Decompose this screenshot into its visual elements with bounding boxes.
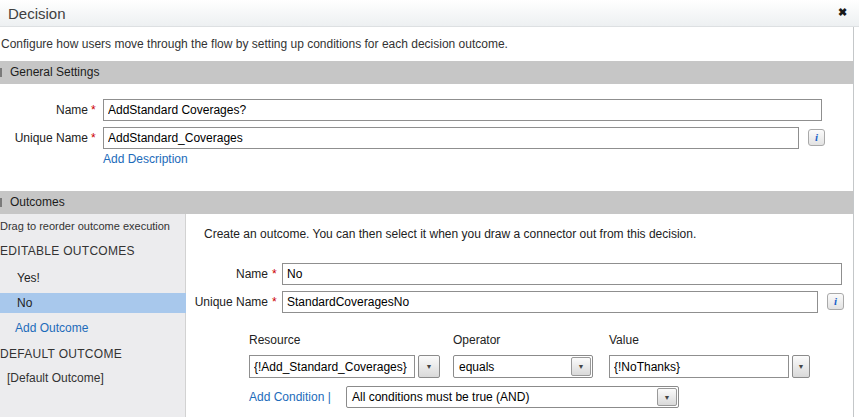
outcome-name-field[interactable] — [282, 263, 842, 285]
condition-logic-select[interactable]: All conditions must be true (AND) ▼ — [346, 386, 679, 408]
chevron-down-icon: ▼ — [657, 388, 677, 406]
resource-field[interactable] — [249, 355, 415, 378]
resource-column-label: Resource — [249, 333, 300, 347]
outcome-item-yes[interactable]: Yes! — [0, 268, 186, 288]
close-icon[interactable]: ✖ — [838, 6, 847, 19]
dialog-titlebar: Decision ✖ — [0, 0, 859, 27]
chevron-down-icon: ▼ — [798, 363, 805, 370]
add-condition-link[interactable]: Add Condition | — [249, 390, 331, 404]
outcome-item-no[interactable]: No — [0, 293, 186, 313]
editable-outcomes-header: EDITABLE OUTCOMES — [0, 244, 135, 258]
chevron-down-icon: ▼ — [571, 357, 591, 376]
unique-name-field[interactable] — [103, 127, 799, 149]
outcome-name-required-marker: * — [272, 267, 277, 281]
outcome-editor: Create an outcome. You can then select i… — [187, 214, 854, 417]
add-outcome-link[interactable]: Add Outcome — [15, 321, 88, 335]
resource-dropdown-button[interactable]: ▼ — [418, 355, 440, 378]
outcome-info-icon[interactable]: i — [827, 293, 844, 310]
name-required-marker: * — [91, 103, 96, 117]
dialog-description: Configure how users move through the flo… — [1, 37, 508, 51]
value-field[interactable] — [609, 355, 789, 378]
dialog-right-border — [853, 27, 854, 417]
unique-name-required-marker: * — [91, 131, 96, 145]
operator-select[interactable]: equals ▼ — [453, 355, 593, 378]
add-description-link[interactable]: Add Description — [103, 152, 188, 166]
drag-hint: Drag to reorder outcome execution — [0, 220, 170, 232]
section-header-outcomes: Outcomes — [0, 191, 854, 214]
value-column-label: Value — [609, 333, 639, 347]
name-label: Name — [0, 103, 88, 117]
section-header-general-settings: General Settings — [0, 61, 854, 84]
name-field[interactable] — [103, 99, 822, 121]
outcome-unique-name-label: Unique Name — [187, 295, 268, 309]
outcomes-sidebar: Drag to reorder outcome execution EDITAB… — [0, 214, 186, 417]
chevron-down-icon: ▼ — [426, 363, 433, 370]
outcome-unique-name-field[interactable] — [282, 291, 818, 313]
operator-column-label: Operator — [453, 333, 500, 347]
decision-dialog: Decision ✖ Configure how users move thro… — [0, 0, 859, 417]
default-outcome-header: DEFAULT OUTCOME — [0, 347, 122, 361]
outcome-intro-text: Create an outcome. You can then select i… — [204, 227, 696, 241]
default-outcome-item[interactable]: [Default Outcome] — [7, 371, 104, 385]
outcome-name-label: Name — [187, 267, 268, 281]
page-title: Decision — [8, 5, 66, 22]
unique-name-label: Unique Name — [0, 131, 88, 145]
value-dropdown-button[interactable]: ▼ — [792, 355, 810, 378]
info-icon[interactable]: i — [808, 129, 825, 146]
outcome-unique-name-required-marker: * — [272, 295, 277, 309]
